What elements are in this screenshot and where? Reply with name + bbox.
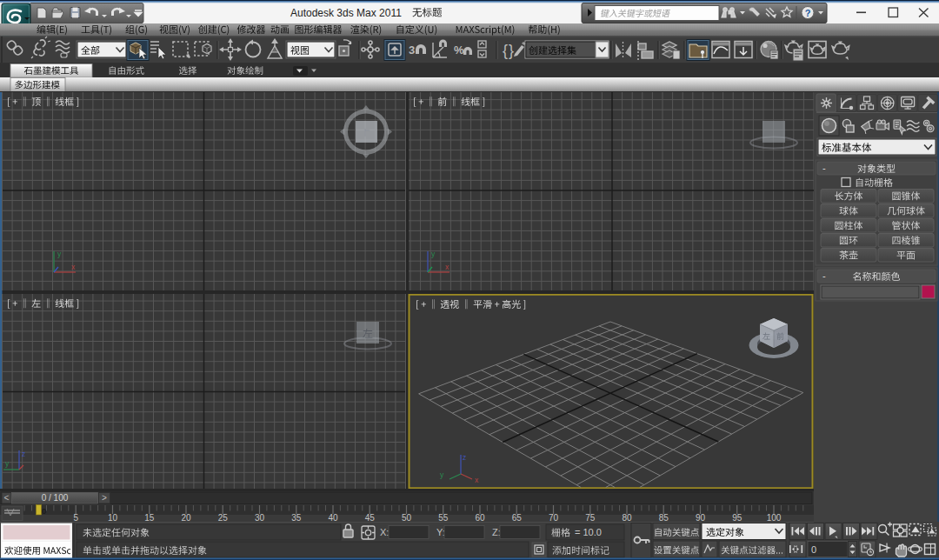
svg-text:-: -: [822, 163, 826, 173]
svg-text:X:: X:: [380, 527, 389, 537]
svg-text:75: 75: [585, 513, 596, 523]
svg-text:>: >: [102, 493, 107, 503]
svg-text:5: 5: [73, 513, 78, 523]
svg-text:15: 15: [144, 513, 155, 523]
svg-text:0 / 100: 0 / 100: [42, 493, 69, 503]
svg-text:}: }: [509, 42, 514, 59]
svg-text:%: %: [454, 43, 464, 57]
svg-text:65: 65: [512, 513, 523, 523]
svg-text:0: 0: [811, 544, 816, 555]
svg-text:30: 30: [255, 513, 265, 523]
svg-text:0: 0: [42, 506, 46, 516]
svg-text:50: 50: [402, 513, 412, 523]
svg-text:Z:: Z:: [492, 527, 501, 537]
svg-text:{: {: [503, 42, 508, 59]
svg-text:95: 95: [732, 513, 743, 523]
svg-text:100: 100: [767, 513, 782, 523]
svg-text:z: z: [463, 453, 466, 462]
svg-text:<: <: [4, 493, 10, 503]
svg-text:Y:: Y:: [436, 527, 445, 537]
svg-text:40: 40: [328, 513, 338, 523]
svg-text:70: 70: [549, 513, 559, 523]
svg-text:?: ?: [805, 8, 811, 18]
svg-text:-: -: [822, 270, 826, 281]
svg-text:= 10.0: = 10.0: [575, 527, 602, 537]
svg-text:3: 3: [409, 43, 415, 57]
svg-text:35: 35: [291, 513, 302, 523]
svg-text:20: 20: [181, 513, 191, 523]
svg-text:55: 55: [438, 513, 449, 523]
svg-text:90: 90: [696, 513, 706, 523]
svg-text:z: z: [22, 450, 25, 458]
svg-text:85: 85: [659, 513, 669, 523]
svg-text:80: 80: [622, 513, 632, 523]
svg-text:60: 60: [475, 513, 485, 523]
svg-text:Autodesk 3ds Max 2011: Autodesk 3ds Max 2011: [290, 7, 402, 19]
svg-text:10: 10: [108, 513, 118, 523]
svg-text:45: 45: [365, 513, 376, 523]
svg-text:25: 25: [218, 513, 229, 523]
